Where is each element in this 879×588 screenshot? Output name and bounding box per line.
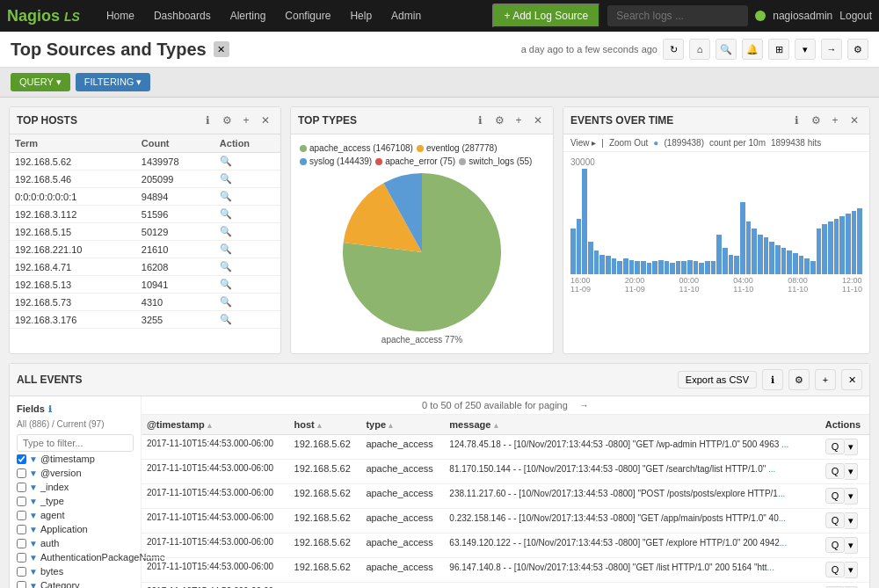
settings-icon-hosts[interactable]: ⚙ (219, 113, 235, 128)
action-button[interactable]: Q (825, 488, 846, 504)
filtering-button[interactable]: FILTERING ▾ (76, 73, 151, 91)
list-item[interactable]: ▼ _type (17, 494, 134, 508)
add-icon-hosts[interactable]: + (238, 113, 254, 128)
search-button[interactable]: 🔍 (716, 39, 737, 60)
next-page-arrow[interactable]: → (579, 400, 589, 410)
col-host[interactable]: host ▴ (289, 415, 361, 435)
field-checkbox[interactable] (17, 511, 26, 520)
host-action[interactable]: 🔍 (214, 206, 280, 223)
field-checkbox[interactable] (17, 454, 26, 464)
field-checkbox[interactable] (17, 468, 26, 478)
col-timestamp[interactable]: @timestamp ▴ (142, 415, 289, 435)
nav-configure[interactable]: Configure (276, 4, 339, 27)
bell-button[interactable]: 🔔 (742, 39, 763, 60)
close-icon-all-events[interactable]: ✕ (841, 369, 862, 390)
list-item[interactable]: ▼ bytes (17, 564, 134, 578)
col-type[interactable]: type ▴ (360, 415, 444, 435)
list-item[interactable]: ▼ AuthenticationPackageName (17, 550, 134, 564)
refresh-button[interactable]: ↻ (663, 39, 684, 60)
list-item[interactable]: ▼ @timestamp (17, 452, 134, 466)
list-item[interactable]: ▼ agent (17, 508, 134, 522)
add-icon-events[interactable]: + (827, 113, 843, 128)
search-icon[interactable]: 🔍 (220, 173, 232, 184)
nav-alerting[interactable]: Alerting (222, 4, 275, 27)
action-button[interactable]: Q (825, 463, 846, 479)
close-icon-types[interactable]: ✕ (530, 113, 546, 128)
field-checkbox[interactable] (17, 581, 26, 589)
search-icon[interactable]: 🔍 (220, 226, 232, 236)
host-action[interactable]: 🔍 (214, 258, 280, 276)
search-icon[interactable]: 🔍 (220, 279, 232, 289)
action-dropdown[interactable]: ▾ (845, 488, 858, 505)
field-checkbox[interactable] (17, 567, 26, 577)
query-button[interactable]: QUERY ▾ (11, 73, 70, 91)
list-item[interactable]: ▼ auth (17, 536, 134, 550)
field-checkbox[interactable] (17, 525, 26, 534)
search-icon[interactable]: 🔍 (220, 261, 232, 272)
field-checkbox[interactable] (17, 483, 26, 492)
search-icon[interactable]: 🔍 (220, 191, 232, 201)
add-icon-types[interactable]: + (511, 113, 527, 128)
field-checkbox[interactable] (17, 539, 26, 548)
search-icon[interactable]: 🔍 (220, 296, 232, 307)
settings-button[interactable]: ⚙ (847, 39, 868, 60)
message-link[interactable]: ... (781, 439, 788, 449)
message-link[interactable]: ... (778, 489, 785, 498)
action-dropdown[interactable]: ▾ (845, 562, 858, 578)
search-icon[interactable]: 🔍 (220, 243, 232, 254)
info-icon-all-events[interactable]: ℹ (762, 369, 783, 390)
nav-logout[interactable]: Logout (839, 10, 872, 22)
host-action[interactable]: 🔍 (214, 188, 280, 206)
export-csv-button[interactable]: Export as CSV (678, 371, 757, 388)
view-label[interactable]: View ▸ (570, 138, 596, 148)
host-action[interactable]: 🔍 (214, 241, 280, 258)
fields-filter-input[interactable] (17, 434, 134, 452)
nav-user[interactable]: nagiosadmin (773, 10, 832, 22)
nav-home[interactable]: Home (98, 4, 143, 27)
field-checkbox[interactable] (17, 553, 26, 563)
nav-admin[interactable]: Admin (382, 4, 430, 27)
host-action[interactable]: 🔍 (214, 294, 280, 311)
close-page-button[interactable]: ✕ (214, 41, 229, 57)
nav-dashboards[interactable]: Dashboards (145, 4, 220, 27)
action-button[interactable]: Q (825, 537, 846, 553)
fields-info-icon[interactable]: ℹ (48, 404, 52, 414)
host-action[interactable]: 🔍 (214, 276, 280, 294)
host-action[interactable]: 🔍 (214, 223, 280, 241)
action-dropdown[interactable]: ▾ (845, 439, 858, 455)
info-icon-hosts[interactable]: ℹ (200, 113, 215, 128)
message-link[interactable]: ... (767, 563, 774, 572)
list-item[interactable]: ▼ Category (17, 578, 134, 588)
settings-icon-all-events[interactable]: ⚙ (788, 369, 810, 390)
col-message[interactable]: message ▴ (444, 415, 819, 435)
close-icon-hosts[interactable]: ✕ (258, 113, 273, 128)
add-log-source-button[interactable]: + Add Log Source (492, 4, 601, 28)
host-action[interactable]: 🔍 (214, 171, 280, 188)
message-link[interactable]: ... (768, 464, 775, 474)
list-item[interactable]: ▼ Application (17, 522, 134, 536)
list-item[interactable]: ▼ _index (17, 480, 134, 494)
action-dropdown[interactable]: ▾ (845, 537, 858, 554)
add-icon-all-events[interactable]: + (815, 369, 836, 390)
download-button[interactable]: ▾ (795, 39, 816, 60)
field-checkbox[interactable] (17, 497, 26, 506)
action-button[interactable]: Q (825, 562, 846, 577)
message-link[interactable]: ... (780, 538, 787, 548)
settings-icon-types[interactable]: ⚙ (491, 113, 507, 128)
nav-help[interactable]: Help (341, 4, 381, 27)
message-link[interactable]: ... (779, 513, 786, 523)
list-item[interactable]: ▼ @version (17, 466, 134, 480)
zoom-out-btn[interactable]: Zoom Out (609, 138, 648, 148)
home-button[interactable]: ⌂ (689, 39, 710, 60)
action-button[interactable]: Q (825, 512, 846, 528)
search-icon[interactable]: 🔍 (220, 156, 232, 166)
search-icon[interactable]: 🔍 (220, 314, 232, 324)
grid-button[interactable]: ⊞ (768, 39, 789, 60)
action-dropdown[interactable]: ▾ (845, 512, 858, 529)
search-input[interactable] (607, 5, 748, 26)
close-icon-events[interactable]: ✕ (846, 113, 862, 128)
host-action[interactable]: 🔍 (214, 153, 280, 171)
action-button[interactable]: Q (825, 439, 846, 454)
info-icon-events[interactable]: ℹ (788, 113, 804, 128)
action-dropdown[interactable]: ▾ (845, 463, 858, 480)
